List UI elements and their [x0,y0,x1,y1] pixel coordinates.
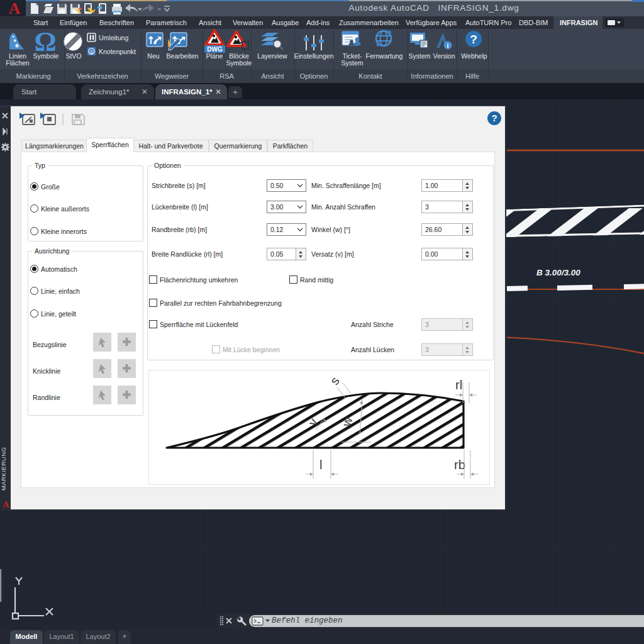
svg-text:rl: rl [455,378,462,392]
svg-text:rb: rb [454,458,465,472]
svg-text:S: S [90,49,93,55]
svg-text:?: ? [470,33,477,46]
svg-text:s: s [327,374,342,387]
svg-text:i: i [447,42,449,49]
svg-text:l: l [319,458,322,472]
svg-text:B 3.00/3.00: B 3.00/3.00 [536,268,580,277]
